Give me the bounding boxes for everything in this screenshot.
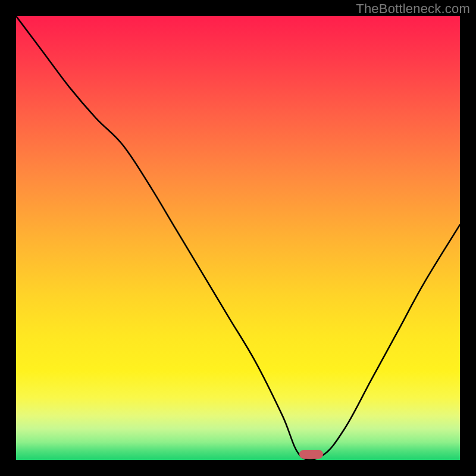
plot-area bbox=[16, 16, 460, 460]
optimum-marker bbox=[299, 450, 323, 459]
watermark-text: TheBottleneck.com bbox=[356, 1, 470, 17]
chart-frame: TheBottleneck.com bbox=[0, 0, 476, 476]
bottleneck-curve bbox=[16, 16, 460, 460]
curve-path bbox=[16, 16, 460, 460]
